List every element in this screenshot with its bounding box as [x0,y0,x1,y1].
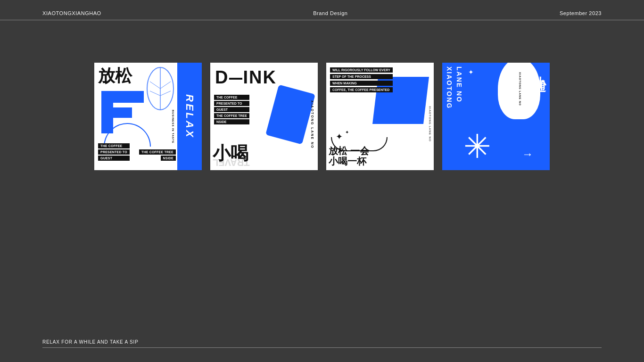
card2-drink-label: DINK [215,67,277,88]
card1-label-presented: PRESENTED TO [98,149,130,155]
card1-labels-right: THE COFFEE TREE NSIDE [139,149,176,161]
card2-labels: THE COFFEE PRESENTED TO GUEST THE COFFEE… [214,95,249,124]
card3-label-2: STEP OF THE PROCESS [330,74,393,79]
card1-blue-stripe: RELAX [177,63,202,170]
card1-label-tree: THE COFFEE TREE [139,149,176,155]
page-header: XIAOTONGXIANGHAO Brand Design September … [0,0,644,20]
card3-vertical-text: XIAOTONG LANE NO [429,106,431,142]
card4-english-left: XIAOTONG [446,66,453,109]
card2-label-tree: THE COFFEE TREE [214,113,249,118]
card4-blob-text: XIAOTONG LANE NO [519,72,521,106]
card2-label-coffee: THE COFFEE [214,95,249,100]
card4-chinese-right: 小 通巷号 [521,66,546,70]
card3-label-3: WHEN MAKING [330,81,393,86]
svg-line-5 [160,91,171,96]
footer-tagline: RELAX FOR A WHILE AND TAKE A SIP [42,339,602,345]
card1-labels: THE COFFEE PRESENTED TO GUEST [98,143,130,161]
card2-label-guest: GUEST [214,107,249,112]
card3-chinese: 放松 一会小喝一杯 [329,146,369,166]
card3-star: ✦ [336,132,343,142]
svg-rect-8 [101,107,132,118]
card2-vertical-text: XIAOTONG LANE NO [311,100,314,149]
card4-arrow: → [522,148,533,161]
card3-label-1: WILL RIGOROUSLY FOLLOW EVERY [330,67,393,73]
page-footer: RELAX FOR A WHILE AND TAKE A SIP [42,339,602,348]
card1-vertical-text: BUSINESS IN TASTE [172,110,174,143]
relax-label: RELAX [183,94,196,139]
card-drink: DINK THE COFFEE PRESENTED TO GUEST THE C… [210,63,318,170]
card1-label-coffee: THE COFFEE [98,143,130,148]
footer-divider [42,347,602,348]
card-process: WILL RIGOROUSLY FOLLOW EVERY STEP OF THE… [326,63,434,170]
cards-container: RELAX 放松 THE COFFEE PRESENTED TO GU [0,63,644,170]
page-date: September 2023 [560,10,602,16]
card-xiaotong: 小 通巷号 XIAOTONG LANE NO ✦ ✳ → XIAOTONG LA… [442,63,550,170]
svg-line-4 [160,82,171,89]
card2-flipped-text: TRAVEL [213,157,250,168]
card2-label-nside: NSIDE [214,119,249,124]
card3-label-4: COFFEE, THE COFFEE PRESENTED [330,87,393,92]
card2-blue-rect [265,85,315,145]
card3-labels: WILL RIGOROUSLY FOLLOW EVERY STEP OF THE… [330,67,393,92]
svg-line-2 [150,82,160,89]
card1-label-guest: GUEST [98,156,130,161]
card2-label-presented: PRESENTED TO [214,101,249,106]
card4-asterisk: ✳ [463,130,491,163]
card4-lane-no: LANE NO [455,66,463,103]
page-category: Brand Design [313,10,347,16]
card4-star-top: ✦ [468,68,474,76]
svg-rect-7 [101,91,144,103]
brand-name: XIAOTONGXIANGHAO [42,10,101,16]
card-relax: RELAX 放松 THE COFFEE PRESENTED TO GU [94,63,202,170]
card1-label-nside: NSIDE [161,156,176,161]
card1-chinese-top: 放松 [98,67,132,84]
card3-star-small: ✦ [345,130,349,135]
